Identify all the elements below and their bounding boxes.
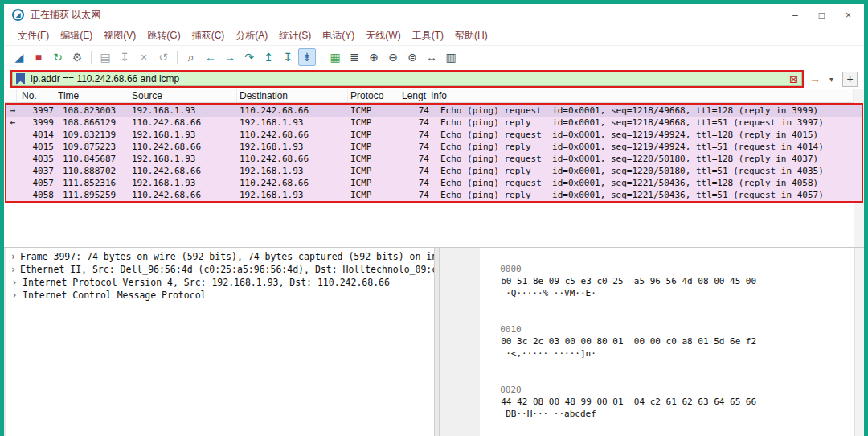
cell-no: 4057 [19,178,58,188]
cell-length: 74 [402,142,431,152]
restart-capture-icon[interactable]: ↻ [49,48,67,66]
main-toolbar: ◢■↻⚙▤↧×↺⌕←→↷↥↧⇟▦≣⊕⊖⊜↔▥ [4,45,864,68]
detail-line[interactable]: › Frame 3997: 74 bytes on wire (592 bits… [10,250,434,263]
find-packet-icon[interactable]: ⌕ [182,48,200,66]
expander-icon[interactable]: › [10,276,18,289]
cell-no: 3999 [19,117,58,128]
column-header-no[interactable]: No. [17,89,55,102]
cell-time: 109.832139 [58,130,132,140]
cell-protocol: ICMP [350,190,402,200]
menu-capture[interactable]: 捕获(C) [186,27,231,44]
cell-time: 110.888702 [58,166,132,176]
cell-destination: 110.242.68.66 [240,178,350,188]
cell-source: 110.242.68.66 [132,190,240,200]
packet-list-pane: No. Time Source Destination Protoco Leng… [4,89,864,247]
packet-row[interactable]: 4035 110.845687 192.168.1.93 110.242.68.… [6,153,862,165]
packet-row[interactable]: 4037 110.888702 110.242.68.66 192.168.1.… [6,165,862,177]
menu-telephony[interactable]: 电话(Y) [317,27,360,44]
packet-row[interactable]: 4015 109.875223 110.242.68.66 192.168.1.… [6,141,862,153]
detail-line[interactable]: › Internet Protocol Version 4, Src: 192.… [10,276,434,289]
minimize-button[interactable]: – [792,10,798,21]
column-header-source[interactable]: Source [129,89,237,102]
hex-line[interactable]: 0020 44 42 08 00 48 99 00 01 04 c2 61 62… [440,372,854,432]
column-header-destination[interactable]: Destination [237,89,348,102]
close-file-icon[interactable]: × [135,48,153,66]
column-header-protocol[interactable]: Protoco [348,89,399,102]
cell-destination: 110.242.68.66 [240,105,350,116]
bookmark-icon[interactable] [16,73,25,85]
menu-view[interactable]: 视图(V) [98,27,141,44]
go-forward-icon[interactable]: → [221,48,239,66]
packet-row[interactable]: 4014 109.832139 192.168.1.93 110.242.68.… [6,129,862,141]
cell-length: 74 [402,130,431,140]
bytes-scrollbar[interactable] [854,248,864,436]
filter-text[interactable]: ip.addr == 110.242.68.66 and icmp [31,73,784,84]
packet-row[interactable]: 4057 111.852316 192.168.1.93 110.242.68.… [6,177,862,189]
clear-filter-icon[interactable]: ⊠ [789,73,798,85]
cell-time: 111.852316 [58,178,132,188]
column-header-info[interactable]: Info [428,89,854,102]
column-header-length[interactable]: Lengt [399,89,428,102]
cell-protocol: ICMP [350,154,402,164]
cell-length: 74 [402,166,431,176]
reload-file-icon[interactable]: ↺ [154,48,172,66]
display-filter-input[interactable]: ip.addr == 110.242.68.66 and icmp ⊠ [10,70,804,88]
hex-line[interactable]: 0000 b0 51 8e 09 c5 e3 c0 25 a5 96 56 4d… [440,251,854,311]
packet-row[interactable]: 4058 111.895259 110.242.68.66 192.168.1.… [6,189,862,201]
capture-options-icon[interactable]: ⚙ [68,48,86,66]
hex-line[interactable]: 0010 00 3c 2c 03 00 00 80 01 00 00 c0 a8… [440,311,854,372]
expander-icon[interactable]: › [10,263,16,276]
wireshark-logo-icon: ◢ [12,9,24,21]
cell-destination: 110.242.68.66 [240,130,350,140]
packet-row[interactable]: → 3997 108.823003 192.168.1.93 110.242.6… [6,105,862,117]
menu-analyze[interactable]: 分析(A) [230,27,273,44]
cell-protocol: ICMP [350,105,402,116]
colorize-icon[interactable]: ▦ [326,48,344,66]
cell-no: 4037 [19,166,58,176]
menu-tools[interactable]: 工具(T) [407,27,449,44]
filter-bar: ip.addr == 110.242.68.66 and icmp ⊠ → ▾ … [4,68,864,89]
hex-line[interactable]: 0030 67 68 69 6a 6b 6c 6d 6e 6f 70 71 72… [440,432,854,436]
column-header-time[interactable]: Time [55,89,129,102]
detail-line[interactable]: › Ethernet II, Src: Dell_96:56:4d (c0:25… [10,263,434,276]
open-file-icon[interactable]: ▤ [96,48,114,66]
detail-text: Ethernet II, Src: Dell_96:56:4d (c0:25:a… [20,263,435,276]
maximize-button[interactable]: □ [819,10,825,21]
start-capture-icon[interactable]: ◢ [10,48,28,66]
zoom-reset-icon[interactable]: ⊜ [403,48,421,66]
menu-help[interactable]: 帮助(H) [449,27,493,44]
add-filter-button[interactable]: + [842,72,858,87]
detail-line[interactable]: › Internet Control Message Protocol [10,289,434,302]
save-file-icon[interactable]: ↧ [116,48,133,66]
menu-file[interactable]: 文件(F) [12,27,55,44]
resize-columns-icon[interactable]: ↔ [423,48,440,66]
filter-dropdown-icon[interactable]: ▾ [826,75,837,84]
cell-length: 74 [402,190,431,200]
go-back-icon[interactable]: ← [202,48,219,66]
cell-length: 74 [402,117,431,128]
expander-icon[interactable]: › [10,250,16,263]
table-columns-icon[interactable]: ▥ [442,48,460,66]
close-button[interactable]: × [845,10,851,21]
cell-length: 74 [402,154,431,164]
zoom-in-icon[interactable]: ⊕ [365,48,383,66]
cell-no: 4058 [19,190,58,200]
column-header-gutter [4,89,17,102]
stop-capture-icon[interactable]: ■ [30,48,47,66]
zoom-out-icon[interactable]: ⊖ [384,48,402,66]
go-to-packet-icon[interactable]: ↷ [240,48,258,66]
autoscroll-icon[interactable]: ⇟ [298,48,316,66]
go-first-packet-icon[interactable]: ↥ [260,48,277,66]
menu-statistics[interactable]: 统计(S) [273,27,317,44]
hex-offset: 0020 [493,384,533,396]
menu-wireless[interactable]: 无线(W) [360,27,406,44]
menu-edit[interactable]: 编辑(E) [55,27,98,44]
cell-length: 74 [402,178,431,188]
menu-go[interactable]: 跳转(G) [141,27,186,44]
packet-row[interactable]: ← 3999 108.866129 110.242.68.66 192.168.… [6,117,862,129]
titlebar: ◢ 正在捕获 以太网 – □ × [4,4,864,26]
apply-filter-icon[interactable]: → [809,72,821,85]
expander-icon[interactable]: › [10,289,18,302]
go-last-packet-icon[interactable]: ↧ [279,48,297,66]
classic-list-icon[interactable]: ≣ [346,48,363,66]
